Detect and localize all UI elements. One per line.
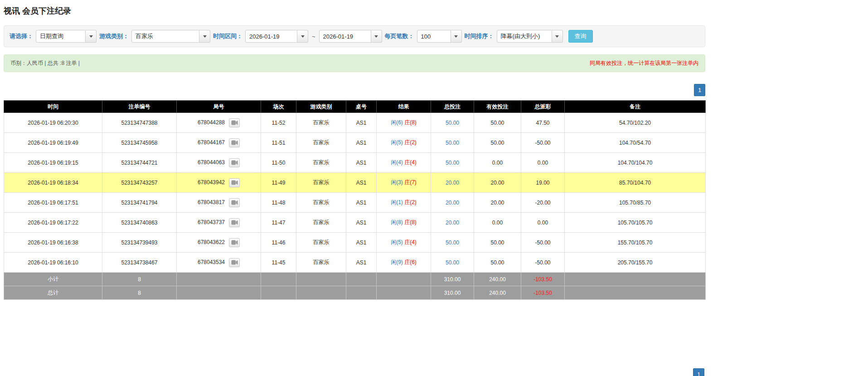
round-id-text: 678044288 (198, 119, 225, 126)
cell-total-bet[interactable]: 50.00 (431, 153, 474, 173)
summary-empty-cell (346, 273, 377, 286)
cell-bet-id: 523134740863 (102, 213, 177, 233)
cell-total-bet[interactable]: 20.00 (431, 193, 474, 213)
select-type-label: 请选择： (10, 32, 33, 40)
video-replay-icon[interactable] (229, 178, 240, 187)
summary-empty-cell (261, 273, 296, 286)
cell-session: 11-52 (261, 113, 296, 133)
column-header: 有效投注 (474, 101, 521, 113)
sort-order-input[interactable] (497, 30, 552, 43)
page-size-dropdown-button[interactable] (451, 30, 462, 43)
pagination-top: 1 (4, 84, 705, 96)
cell-round-id: 678043942 (177, 173, 261, 193)
cell-total-bet[interactable]: 50.00 (431, 253, 474, 273)
time-range-label: 时间区间： (213, 32, 242, 40)
table-row: 2026-01-19 06:16:10523134738467678043534… (4, 253, 706, 273)
cell-result: 闲(5) 庄(4) (377, 233, 431, 253)
summary-empty-cell (377, 273, 431, 286)
cell-game-type: 百家乐 (296, 193, 346, 213)
date-to-dropdown-button[interactable] (371, 30, 382, 43)
table-header-row: 时间注单编号局号场次游戏类别桌号结果总投注有效投注总派彩备注 (4, 101, 706, 113)
summary-label: 小计 (4, 273, 102, 286)
table-row: 2026-01-19 06:19:15523134744721678044063… (4, 153, 706, 173)
cell-total-bet[interactable]: 20.00 (431, 213, 474, 233)
date-to-input[interactable] (319, 30, 371, 43)
page-size-input[interactable] (417, 30, 451, 43)
cell-result: 闲(6) 庄(8) (377, 113, 431, 133)
cell-time: 2026-01-19 06:16:38 (4, 233, 102, 253)
summary-count: 8 (102, 286, 177, 300)
cell-total-bet[interactable]: 20.00 (431, 173, 474, 193)
cell-game-type: 百家乐 (296, 133, 346, 153)
column-header: 场次 (261, 101, 296, 113)
cell-round-id: 678044063 (177, 153, 261, 173)
cell-payout: -50.00 (521, 233, 565, 253)
sort-order-combo (497, 30, 563, 43)
table-foot: 小计8310.00240.00-103.50总计8310.00240.00-10… (4, 273, 706, 300)
result-banker: 庄(6) (404, 259, 417, 265)
cell-valid-bet: 20.00 (474, 193, 521, 213)
summary-total-bet: 310.00 (431, 273, 474, 286)
game-type-input[interactable] (131, 30, 199, 43)
page-size-label: 每页笔数： (385, 32, 414, 40)
summary-valid-bet: 240.00 (474, 286, 521, 300)
cell-total-bet[interactable]: 50.00 (431, 233, 474, 253)
cell-table-no: AS1 (346, 153, 377, 173)
cell-valid-bet: 50.00 (474, 113, 521, 133)
cell-game-type: 百家乐 (296, 253, 346, 273)
video-replay-icon[interactable] (229, 218, 240, 227)
video-replay-icon[interactable] (229, 238, 240, 247)
video-replay-icon[interactable] (229, 138, 240, 147)
select-type-dropdown-button[interactable] (86, 30, 97, 43)
cell-game-type: 百家乐 (296, 173, 346, 193)
cell-round-id: 678043622 (177, 233, 261, 253)
table-row: 2026-01-19 06:19:49523134745958678044167… (4, 133, 706, 153)
cell-table-no: AS1 (346, 233, 377, 253)
table-row: 2026-01-19 06:20:30523134747388678044288… (4, 113, 706, 133)
round-id-text: 678043737 (198, 219, 225, 225)
cell-game-type: 百家乐 (296, 113, 346, 133)
cell-result: 闲(4) 庄(4) (377, 153, 431, 173)
cell-round-id: 678043817 (177, 193, 261, 213)
summary-total-bet: 310.00 (431, 286, 474, 300)
sort-order-dropdown-button[interactable] (552, 30, 563, 43)
summary-empty-cell (261, 286, 296, 300)
video-replay-icon[interactable] (229, 158, 240, 167)
video-replay-icon[interactable] (229, 258, 240, 267)
summary-empty-cell (565, 273, 706, 286)
cell-bet-id: 523134745958 (102, 133, 177, 153)
betting-records-table: 时间注单编号局号场次游戏类别桌号结果总投注有效投注总派彩备注 2026-01-1… (4, 100, 706, 300)
game-type-dropdown-button[interactable] (199, 30, 210, 43)
cell-valid-bet: 50.00 (474, 253, 521, 273)
cell-valid-bet: 50.00 (474, 233, 521, 253)
cell-note: 105.70/105.70 (565, 213, 706, 233)
page-button[interactable]: 1 (694, 84, 705, 96)
cell-valid-bet: 0.00 (474, 153, 521, 173)
summary-valid-bet: 240.00 (474, 273, 521, 286)
cell-total-bet[interactable]: 50.00 (431, 113, 474, 133)
currency-total-text: 币别：人民币 | 总共 :8 注单 | (10, 59, 80, 67)
round-id-text: 678043942 (198, 179, 225, 186)
date-from-input[interactable] (245, 30, 297, 43)
page-button[interactable]: 1 (693, 368, 704, 376)
cell-total-bet[interactable]: 50.00 (431, 133, 474, 153)
cell-bet-id: 523134747388 (102, 113, 177, 133)
round-id-text: 678043622 (198, 239, 225, 245)
column-header: 游戏类别 (296, 101, 346, 113)
cell-time: 2026-01-19 06:17:22 (4, 213, 102, 233)
cell-session: 11-49 (261, 173, 296, 193)
column-header: 备注 (565, 101, 706, 113)
search-button[interactable]: 查询 (568, 30, 593, 43)
video-replay-icon[interactable] (229, 198, 240, 207)
round-id-text: 678044063 (198, 159, 225, 166)
game-type-combo (131, 30, 210, 43)
summary-empty-cell (377, 286, 431, 300)
select-type-input[interactable] (36, 30, 86, 43)
video-replay-icon[interactable] (229, 118, 240, 127)
cell-note: 54.70/102.20 (565, 113, 706, 133)
pagination-bottom: 1 (693, 368, 704, 376)
cell-time: 2026-01-19 06:17:51 (4, 193, 102, 213)
caret-down-icon (89, 35, 93, 38)
cell-bet-id: 523134739493 (102, 233, 177, 253)
date-from-dropdown-button[interactable] (297, 30, 308, 43)
